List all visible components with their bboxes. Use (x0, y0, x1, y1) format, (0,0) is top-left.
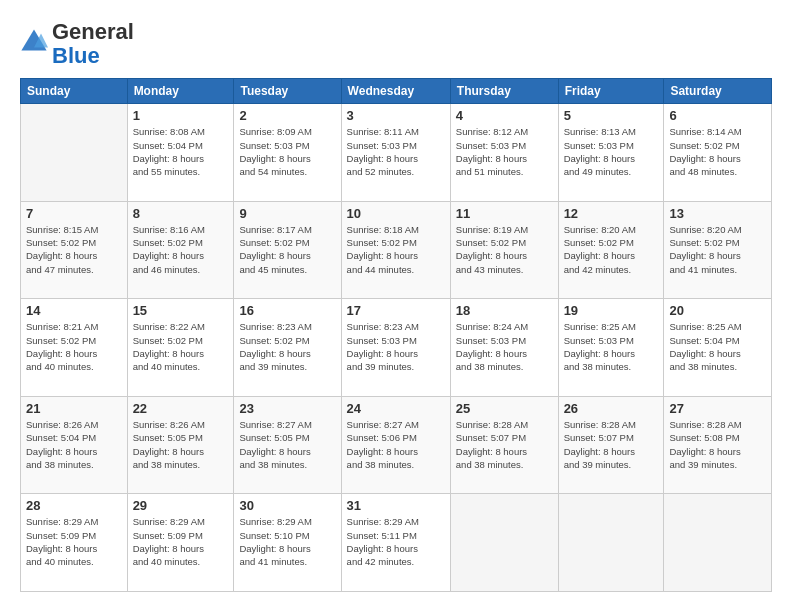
day-info: Sunrise: 8:23 AM Sunset: 5:03 PM Dayligh… (347, 320, 445, 373)
day-info: Sunrise: 8:16 AM Sunset: 5:02 PM Dayligh… (133, 223, 229, 276)
day-number: 19 (564, 303, 659, 318)
calendar-cell: 31Sunrise: 8:29 AM Sunset: 5:11 PM Dayli… (341, 494, 450, 592)
day-info: Sunrise: 8:20 AM Sunset: 5:02 PM Dayligh… (564, 223, 659, 276)
day-info: Sunrise: 8:25 AM Sunset: 5:03 PM Dayligh… (564, 320, 659, 373)
calendar-cell: 5Sunrise: 8:13 AM Sunset: 5:03 PM Daylig… (558, 104, 664, 202)
calendar-cell: 11Sunrise: 8:19 AM Sunset: 5:02 PM Dayli… (450, 201, 558, 299)
logo-icon (20, 28, 48, 56)
calendar-cell: 15Sunrise: 8:22 AM Sunset: 5:02 PM Dayli… (127, 299, 234, 397)
day-info: Sunrise: 8:26 AM Sunset: 5:04 PM Dayligh… (26, 418, 122, 471)
calendar-cell: 6Sunrise: 8:14 AM Sunset: 5:02 PM Daylig… (664, 104, 772, 202)
day-info: Sunrise: 8:22 AM Sunset: 5:02 PM Dayligh… (133, 320, 229, 373)
day-number: 30 (239, 498, 335, 513)
day-info: Sunrise: 8:24 AM Sunset: 5:03 PM Dayligh… (456, 320, 553, 373)
col-header-sunday: Sunday (21, 79, 128, 104)
day-info: Sunrise: 8:28 AM Sunset: 5:07 PM Dayligh… (564, 418, 659, 471)
day-number: 1 (133, 108, 229, 123)
day-info: Sunrise: 8:12 AM Sunset: 5:03 PM Dayligh… (456, 125, 553, 178)
page: General Blue SundayMondayTuesdayWednesda… (0, 0, 792, 612)
calendar-week-5: 28Sunrise: 8:29 AM Sunset: 5:09 PM Dayli… (21, 494, 772, 592)
calendar-cell: 1Sunrise: 8:08 AM Sunset: 5:04 PM Daylig… (127, 104, 234, 202)
calendar-cell: 2Sunrise: 8:09 AM Sunset: 5:03 PM Daylig… (234, 104, 341, 202)
day-number: 6 (669, 108, 766, 123)
day-number: 18 (456, 303, 553, 318)
day-info: Sunrise: 8:14 AM Sunset: 5:02 PM Dayligh… (669, 125, 766, 178)
day-info: Sunrise: 8:28 AM Sunset: 5:07 PM Dayligh… (456, 418, 553, 471)
logo-blue: Blue (52, 43, 100, 68)
day-number: 2 (239, 108, 335, 123)
day-info: Sunrise: 8:27 AM Sunset: 5:05 PM Dayligh… (239, 418, 335, 471)
calendar-cell: 17Sunrise: 8:23 AM Sunset: 5:03 PM Dayli… (341, 299, 450, 397)
day-number: 3 (347, 108, 445, 123)
calendar-cell: 22Sunrise: 8:26 AM Sunset: 5:05 PM Dayli… (127, 396, 234, 494)
day-info: Sunrise: 8:29 AM Sunset: 5:09 PM Dayligh… (133, 515, 229, 568)
col-header-tuesday: Tuesday (234, 79, 341, 104)
day-info: Sunrise: 8:23 AM Sunset: 5:02 PM Dayligh… (239, 320, 335, 373)
calendar-week-1: 1Sunrise: 8:08 AM Sunset: 5:04 PM Daylig… (21, 104, 772, 202)
day-info: Sunrise: 8:21 AM Sunset: 5:02 PM Dayligh… (26, 320, 122, 373)
day-info: Sunrise: 8:29 AM Sunset: 5:10 PM Dayligh… (239, 515, 335, 568)
calendar-cell: 25Sunrise: 8:28 AM Sunset: 5:07 PM Dayli… (450, 396, 558, 494)
day-info: Sunrise: 8:15 AM Sunset: 5:02 PM Dayligh… (26, 223, 122, 276)
day-number: 21 (26, 401, 122, 416)
day-info: Sunrise: 8:17 AM Sunset: 5:02 PM Dayligh… (239, 223, 335, 276)
calendar-cell: 3Sunrise: 8:11 AM Sunset: 5:03 PM Daylig… (341, 104, 450, 202)
calendar-week-3: 14Sunrise: 8:21 AM Sunset: 5:02 PM Dayli… (21, 299, 772, 397)
day-number: 28 (26, 498, 122, 513)
calendar-cell: 14Sunrise: 8:21 AM Sunset: 5:02 PM Dayli… (21, 299, 128, 397)
calendar-cell: 7Sunrise: 8:15 AM Sunset: 5:02 PM Daylig… (21, 201, 128, 299)
day-number: 13 (669, 206, 766, 221)
calendar-cell (664, 494, 772, 592)
calendar-cell: 18Sunrise: 8:24 AM Sunset: 5:03 PM Dayli… (450, 299, 558, 397)
logo: General Blue (20, 20, 134, 68)
day-number: 15 (133, 303, 229, 318)
calendar-header-row: SundayMondayTuesdayWednesdayThursdayFrid… (21, 79, 772, 104)
header: General Blue (20, 20, 772, 68)
day-number: 9 (239, 206, 335, 221)
day-number: 17 (347, 303, 445, 318)
day-info: Sunrise: 8:27 AM Sunset: 5:06 PM Dayligh… (347, 418, 445, 471)
calendar-cell: 28Sunrise: 8:29 AM Sunset: 5:09 PM Dayli… (21, 494, 128, 592)
day-number: 31 (347, 498, 445, 513)
calendar-table: SundayMondayTuesdayWednesdayThursdayFrid… (20, 78, 772, 592)
day-number: 10 (347, 206, 445, 221)
calendar-cell: 10Sunrise: 8:18 AM Sunset: 5:02 PM Dayli… (341, 201, 450, 299)
calendar-cell: 27Sunrise: 8:28 AM Sunset: 5:08 PM Dayli… (664, 396, 772, 494)
day-number: 27 (669, 401, 766, 416)
calendar-cell: 21Sunrise: 8:26 AM Sunset: 5:04 PM Dayli… (21, 396, 128, 494)
day-info: Sunrise: 8:08 AM Sunset: 5:04 PM Dayligh… (133, 125, 229, 178)
col-header-saturday: Saturday (664, 79, 772, 104)
day-number: 22 (133, 401, 229, 416)
day-info: Sunrise: 8:18 AM Sunset: 5:02 PM Dayligh… (347, 223, 445, 276)
day-info: Sunrise: 8:20 AM Sunset: 5:02 PM Dayligh… (669, 223, 766, 276)
logo-general: General (52, 19, 134, 44)
calendar-cell: 23Sunrise: 8:27 AM Sunset: 5:05 PM Dayli… (234, 396, 341, 494)
day-number: 11 (456, 206, 553, 221)
day-number: 23 (239, 401, 335, 416)
day-number: 7 (26, 206, 122, 221)
day-info: Sunrise: 8:29 AM Sunset: 5:09 PM Dayligh… (26, 515, 122, 568)
calendar-cell: 12Sunrise: 8:20 AM Sunset: 5:02 PM Dayli… (558, 201, 664, 299)
calendar-cell: 29Sunrise: 8:29 AM Sunset: 5:09 PM Dayli… (127, 494, 234, 592)
calendar-cell (450, 494, 558, 592)
day-number: 5 (564, 108, 659, 123)
calendar-cell: 19Sunrise: 8:25 AM Sunset: 5:03 PM Dayli… (558, 299, 664, 397)
day-number: 12 (564, 206, 659, 221)
calendar-cell: 8Sunrise: 8:16 AM Sunset: 5:02 PM Daylig… (127, 201, 234, 299)
calendar-cell: 9Sunrise: 8:17 AM Sunset: 5:02 PM Daylig… (234, 201, 341, 299)
day-number: 20 (669, 303, 766, 318)
day-number: 25 (456, 401, 553, 416)
calendar-cell (558, 494, 664, 592)
day-number: 8 (133, 206, 229, 221)
day-number: 24 (347, 401, 445, 416)
day-number: 4 (456, 108, 553, 123)
day-info: Sunrise: 8:28 AM Sunset: 5:08 PM Dayligh… (669, 418, 766, 471)
col-header-friday: Friday (558, 79, 664, 104)
calendar-cell: 24Sunrise: 8:27 AM Sunset: 5:06 PM Dayli… (341, 396, 450, 494)
col-header-monday: Monday (127, 79, 234, 104)
calendar-cell: 26Sunrise: 8:28 AM Sunset: 5:07 PM Dayli… (558, 396, 664, 494)
day-info: Sunrise: 8:26 AM Sunset: 5:05 PM Dayligh… (133, 418, 229, 471)
col-header-thursday: Thursday (450, 79, 558, 104)
day-info: Sunrise: 8:25 AM Sunset: 5:04 PM Dayligh… (669, 320, 766, 373)
day-info: Sunrise: 8:19 AM Sunset: 5:02 PM Dayligh… (456, 223, 553, 276)
